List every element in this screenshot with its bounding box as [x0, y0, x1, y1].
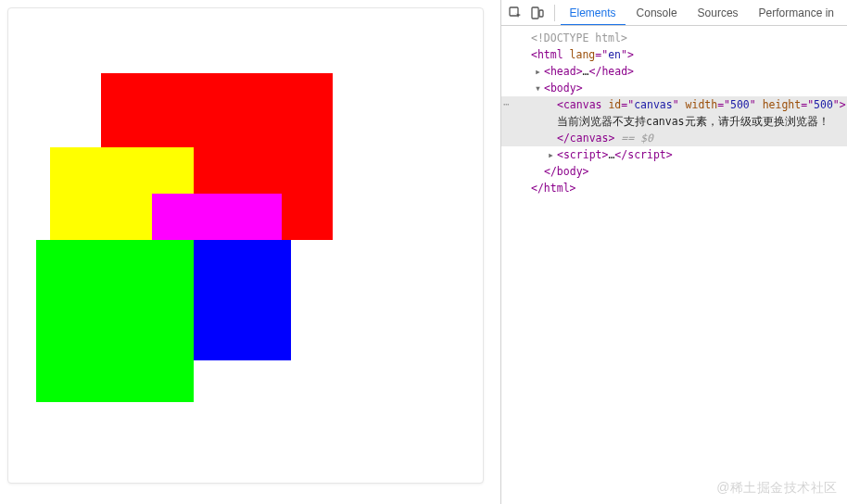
svg-rect-2 [539, 10, 543, 17]
dom-doctype[interactable]: <!DOCTYPE html> [501, 30, 847, 46]
tab-elements[interactable]: Elements [561, 0, 626, 26]
tab-sources[interactable]: Sources [689, 0, 748, 26]
dom-body-open[interactable]: ▾<body> [501, 80, 847, 96]
tab-console[interactable]: Console [627, 0, 687, 26]
dom-canvas-text[interactable]: 当前浏览器不支持canvas元素，请升级或更换浏览器！ [501, 113, 847, 130]
dom-canvas-close[interactable]: </canvas> == $0 [501, 130, 847, 146]
dom-canvas-open[interactable]: <canvas id="canvas" width="500" height="… [501, 96, 847, 113]
canvas-element: 当前浏览器不支持canvas元素，请升级或更换浏览器！ [8, 8, 472, 472]
dom-body-close[interactable]: </body> [501, 163, 847, 180]
inspect-icon[interactable] [505, 2, 525, 24]
svg-rect-0 [510, 7, 518, 16]
tab-performance[interactable]: Performance in [750, 0, 843, 26]
dom-html-close[interactable]: </html> [501, 180, 847, 196]
device-toggle-icon[interactable] [527, 2, 548, 24]
page-preview-pane: 当前浏览器不支持canvas元素，请升级或更换浏览器！ [0, 0, 500, 504]
devtools-pane: Elements Console Sources Performance in … [500, 0, 847, 504]
dom-head[interactable]: ▸<head>…</head> [501, 63, 847, 80]
page-card: 当前浏览器不支持canvas元素，请升级或更换浏览器！ [7, 7, 484, 484]
toolbar-separator [554, 5, 555, 21]
dom-tree[interactable]: <!DOCTYPE html> <html lang="en"> ▸<head>… [501, 26, 847, 504]
svg-rect-1 [532, 7, 538, 19]
devtools-toolbar: Elements Console Sources Performance in [501, 0, 847, 26]
dom-script[interactable]: ▸<script>…</script> [501, 146, 847, 163]
dom-html-open[interactable]: <html lang="en"> [501, 46, 847, 63]
